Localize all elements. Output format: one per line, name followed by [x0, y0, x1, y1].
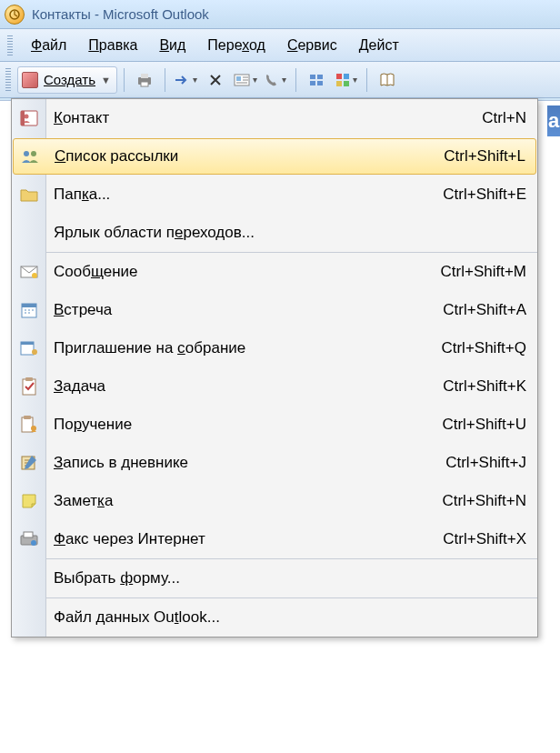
svg-point-17	[24, 151, 29, 156]
folder-icon	[18, 184, 40, 206]
menu-item-shortcut: Ctrl+Shift+M	[441, 263, 526, 281]
svg-point-15	[25, 115, 29, 119]
menu-item[interactable]: ЗаметкаCtrl+Shift+N	[12, 482, 537, 520]
print-button[interactable]	[131, 66, 158, 94]
menu-item-label: Файл данных Outlook...	[54, 608, 526, 627]
svg-rect-27	[25, 377, 33, 381]
titlebar: Контакты - Microsoft Outlook	[0, 0, 560, 29]
contact-card-icon	[22, 72, 38, 88]
menu-item[interactable]: КонтактCtrl+N	[12, 99, 537, 137]
dropdown-arrow-icon: ▼	[101, 75, 111, 85]
menu-item-label: Запись в дневнике	[54, 454, 445, 472]
meeting-icon	[18, 337, 40, 359]
menu-item-shortcut: Ctrl+Shift+A	[443, 301, 526, 319]
window-title: Контакты - Microsoft Outlook	[32, 6, 209, 22]
toolbar-separator	[366, 68, 367, 92]
toolbar: Создать ▼ ▾ ▾ ▾ ▾	[0, 62, 560, 98]
task-icon	[18, 376, 40, 397]
svg-rect-28	[22, 417, 33, 432]
create-button-label: Создать	[44, 72, 95, 87]
menu-item[interactable]: ЗадачаCtrl+Shift+K	[12, 367, 537, 406]
svg-rect-5	[236, 76, 241, 81]
fax-icon	[18, 528, 40, 550]
menu-item[interactable]: Запись в дневникеCtrl+Shift+J	[12, 444, 537, 482]
svg-rect-12	[336, 81, 342, 86]
svg-point-18	[31, 151, 36, 156]
menu-переход[interactable]: Переход	[196, 33, 276, 58]
menu-item[interactable]: Приглашение на собраниеCtrl+Shift+Q	[12, 329, 537, 367]
menu-вид[interactable]: Вид	[148, 33, 196, 58]
svg-rect-9	[317, 81, 323, 85]
menu-item-label: Выбрать форму...	[54, 569, 526, 587]
menu-item-label: Задача	[54, 377, 443, 396]
svg-rect-7	[317, 75, 323, 79]
menu-item[interactable]: Файл данных Outlook...	[12, 598, 537, 637]
menu-item-label: Заметка	[54, 492, 442, 510]
svg-rect-2	[141, 74, 148, 78]
menubar: ФайлПравкаВидПереходСервисДейст	[0, 29, 560, 62]
svg-rect-13	[344, 81, 349, 86]
alpha-index[interactable]: а	[547, 105, 560, 136]
menu-правка[interactable]: Правка	[77, 33, 148, 58]
menu-item[interactable]: ПоручениеCtrl+Shift+U	[12, 406, 537, 444]
menu-item[interactable]: Факс через ИнтернетCtrl+Shift+X	[12, 520, 537, 558]
svg-rect-16	[21, 111, 25, 126]
svg-point-34	[31, 540, 36, 546]
contact-icon	[18, 107, 40, 129]
outlook-app-icon	[5, 5, 25, 25]
categorize-button[interactable]: ▾	[333, 66, 360, 94]
mail-icon	[18, 261, 40, 283]
assign-icon	[18, 414, 40, 436]
note-icon	[18, 490, 40, 512]
menu-item[interactable]: Список рассылкиCtrl+Shift+L	[13, 138, 536, 175]
menu-файл[interactable]: Файл	[20, 33, 77, 58]
svg-rect-11	[344, 74, 349, 79]
svg-rect-24	[21, 342, 34, 345]
svg-point-20	[32, 273, 37, 278]
menu-item-shortcut: Ctrl+Shift+E	[443, 186, 526, 204]
toolbar-separator	[165, 68, 165, 92]
menu-item-shortcut: Ctrl+Shift+J	[445, 454, 526, 472]
menu-item-label: Список рассылки	[55, 147, 444, 166]
menu-item[interactable]: ВстречаCtrl+Shift+A	[12, 291, 537, 329]
list-icon	[20, 146, 42, 167]
toolbar-separator	[295, 68, 296, 92]
menu-item[interactable]: СообщениеCtrl+Shift+M	[12, 253, 537, 291]
menu-item-label: Контакт	[54, 109, 482, 127]
menu-item[interactable]: Папка...Ctrl+Shift+E	[12, 176, 537, 214]
menu-item-label: Сообщение	[54, 263, 441, 281]
menu-item-shortcut: Ctrl+N	[482, 109, 526, 127]
call-button[interactable]: ▾	[262, 66, 289, 94]
journal-icon	[18, 452, 40, 474]
menu-item-label: Факс через Интернет	[54, 530, 443, 548]
svg-rect-10	[336, 74, 342, 79]
toolbar-separator	[124, 68, 125, 92]
move-button[interactable]: ▾	[172, 66, 199, 94]
menubar-grip	[7, 35, 13, 55]
menu-item-shortcut: Ctrl+Shift+X	[443, 530, 526, 548]
svg-rect-22	[22, 304, 36, 307]
menu-item[interactable]: Ярлык области переходов...	[12, 214, 537, 252]
toolbar-grip	[5, 68, 11, 92]
svg-rect-33	[24, 532, 33, 537]
menu-item-label: Встреча	[54, 301, 443, 319]
addressbook-button[interactable]	[374, 66, 401, 94]
menu-item-shortcut: Ctrl+Shift+K	[443, 377, 526, 396]
delete-button[interactable]	[202, 66, 229, 94]
menu-item-shortcut: Ctrl+Shift+L	[444, 147, 525, 166]
svg-rect-29	[24, 416, 31, 419]
card-button[interactable]: ▾	[232, 66, 259, 94]
menu-item-shortcut: Ctrl+Shift+U	[442, 416, 526, 434]
svg-rect-6	[310, 75, 315, 79]
menu-дейст[interactable]: Дейст	[348, 33, 410, 58]
calendar-icon	[18, 299, 40, 321]
menu-item[interactable]: Выбрать форму...	[12, 559, 537, 597]
create-button[interactable]: Создать ▼	[17, 66, 117, 94]
svg-rect-8	[310, 81, 315, 85]
menu-item-label: Приглашение на собрание	[54, 339, 441, 357]
menu-item-label: Поручение	[54, 416, 442, 434]
menu-сервис[interactable]: Сервис	[276, 33, 348, 58]
view-button[interactable]	[303, 66, 330, 94]
menu-item-label: Папка...	[54, 186, 443, 204]
menu-item-shortcut: Ctrl+Shift+N	[442, 492, 526, 510]
